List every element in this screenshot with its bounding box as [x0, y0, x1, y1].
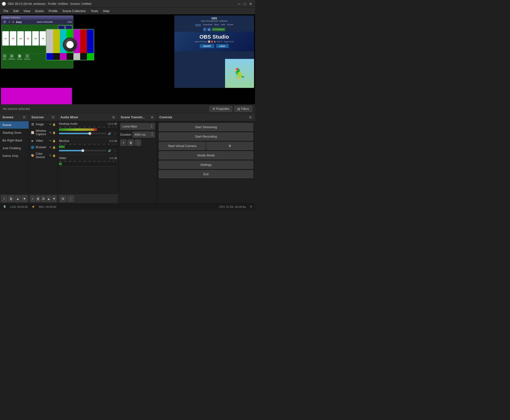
start-streaming-button[interactable]: Start Streaming	[159, 123, 253, 131]
mute-button-mic[interactable]: 🔊	[107, 149, 112, 153]
solitaire-options[interactable]: ⚙ Options	[8, 54, 15, 60]
close-button[interactable]: ✕	[248, 1, 253, 6]
menu-profile[interactable]: Profile	[46, 8, 60, 14]
audio-channel-video-header: Video 0.0 dB	[59, 157, 117, 160]
color-bar-1	[46, 30, 53, 53]
filters-button[interactable]: ▤ Filters	[234, 106, 252, 112]
source-item-video[interactable]: ▶ Video 👁 🔒	[29, 138, 58, 144]
chevron-down-icon: ▼	[151, 127, 153, 128]
scenes-panel-expand-icon[interactable]: ⊡	[22, 115, 26, 120]
obs-nav-forum[interactable]: Forum	[227, 23, 233, 26]
source-remove-button[interactable]: 🗑	[36, 195, 40, 202]
duration-up-icon[interactable]: ▲	[151, 133, 153, 135]
scene-item-4[interactable]: Game Only	[0, 152, 29, 160]
scene-move-down-button[interactable]: ▼	[22, 195, 27, 202]
source-lock-icon-3[interactable]: 🔒	[52, 139, 56, 142]
source-add-button[interactable]: +	[30, 195, 35, 202]
scene-item-0[interactable]: Scene	[0, 121, 29, 129]
virtual-camera-settings-button[interactable]: ⚙	[206, 142, 253, 150]
macos-button[interactable]: macOS	[200, 44, 214, 48]
source-item-color[interactable]: 🎨 Color Source 👁 🔒	[29, 151, 58, 160]
more-button-desktop[interactable]: ⋮	[113, 131, 117, 136]
obs-nav-blog[interactable]: Blog	[214, 23, 219, 26]
studio-mode-button[interactable]: Studio Mode	[159, 151, 253, 159]
volume-slider-mic[interactable]	[59, 150, 107, 151]
source-settings-button[interactable]: ⚙	[41, 195, 46, 202]
solitaire-cards[interactable]: 🃏 Cards	[17, 54, 22, 60]
settings-button[interactable]: Settings	[159, 161, 253, 169]
source-lock-icon-4[interactable]: 🔒	[52, 146, 56, 149]
controls-panel-expand-icon[interactable]: ⊡	[248, 115, 253, 120]
source-move-up-button[interactable]: ▲	[47, 195, 51, 202]
transition-add-button[interactable]: +	[120, 140, 127, 146]
transition-select[interactable]: Luma Wipe ▲ ▼	[120, 123, 155, 130]
window-controls: ─ □ ✕	[237, 1, 253, 6]
solitaire-titlebar: Solitaire Collection	[1, 16, 73, 20]
audio-panel-expand-icon[interactable]: ⊡	[111, 115, 116, 120]
virtual-camera-row: Start Virtual Camera ⚙	[159, 142, 253, 150]
transitions-panel-expand-icon[interactable]: ⊡	[150, 115, 154, 120]
source-lock-icon-2[interactable]: 🔒	[52, 131, 56, 134]
solitaire-games[interactable]: 🎮 Games	[24, 54, 30, 60]
volume-slider-desktop[interactable]	[59, 133, 107, 134]
duration-down-icon[interactable]: ▼	[151, 135, 153, 137]
sources-panel-expand-icon[interactable]: ⊡	[51, 115, 55, 120]
minimize-button[interactable]: ─	[237, 1, 242, 6]
volume-knob-desktop[interactable]	[88, 132, 91, 135]
menu-file[interactable]: File	[1, 8, 11, 14]
twitter-icon[interactable]: t	[203, 28, 206, 31]
source-item-image[interactable]: 🖼 Image 👁 🔒	[29, 121, 58, 128]
transition-more-button[interactable]: ⋮	[135, 140, 141, 146]
source-visible-icon-5[interactable]: 👁	[49, 154, 52, 157]
obs-nav-help[interactable]: Help	[221, 23, 225, 26]
scenes-panel-header: Scenes ⊡	[0, 113, 29, 121]
scene-item-1[interactable]: Starting Soon	[0, 129, 29, 137]
menu-scene-collection[interactable]: Scene Collection	[60, 8, 88, 14]
controls-panel-title: Controls	[159, 115, 247, 119]
audio-more-button[interactable]: ⋮	[68, 195, 74, 202]
scene-move-up-button[interactable]: ▲	[15, 195, 21, 202]
source-visible-icon-2[interactable]: 👁	[49, 131, 52, 134]
solitaire-options-label: Options	[8, 58, 15, 60]
source-item-browser[interactable]: 🌐 Browser 👁 🔒	[29, 144, 58, 151]
obs-nav-home[interactable]: Home	[195, 23, 201, 26]
volume-knob-mic[interactable]	[81, 149, 84, 152]
source-item-window[interactable]: 🪟 Window Capture 👁 🔒	[29, 128, 58, 138]
menu-view[interactable]: View	[21, 8, 33, 14]
start-virtual-camera-button[interactable]: Start Virtual Camera	[159, 142, 206, 150]
duration-value[interactable]: 3000 ms ▲ ▼	[133, 132, 155, 138]
menu-edit[interactable]: Edit	[11, 8, 21, 14]
scene-add-button[interactable]: +	[1, 195, 7, 202]
solitaire-new[interactable]: + New	[3, 54, 7, 60]
scene-item-3[interactable]: Just Chatting	[0, 144, 29, 152]
source-lock-icon[interactable]: 🔒	[52, 123, 56, 126]
source-visible-icon[interactable]: 👁	[49, 123, 52, 126]
color-bar-7	[87, 30, 94, 53]
start-recording-button[interactable]: Start Recording	[159, 133, 253, 141]
menu-help[interactable]: Help	[100, 8, 112, 14]
color-source-icon: 🎨	[31, 154, 34, 157]
github-icon[interactable]: gh	[207, 28, 211, 31]
exit-button[interactable]: Exit	[159, 170, 253, 178]
mute-button-desktop[interactable]: 🔊	[107, 131, 112, 136]
source-lock-icon-5[interactable]: 🔒	[52, 154, 56, 157]
linux-button[interactable]: Linux	[216, 44, 229, 48]
audio-settings-button[interactable]: ⚙	[60, 195, 66, 202]
menu-tools[interactable]: Tools	[88, 8, 100, 14]
scene-remove-button[interactable]: 🗑	[8, 195, 14, 202]
obs-nav-download[interactable]: Download	[203, 23, 213, 26]
properties-button[interactable]: ⚙ Properties	[209, 106, 233, 112]
menu-docks[interactable]: Docks	[33, 8, 46, 14]
scenes-panel: Scenes ⊡ Scene Starting Soon Be Right Ba…	[0, 113, 29, 203]
source-controls-window: 👁 🔒	[49, 131, 56, 134]
source-visible-icon-4[interactable]: 👁	[49, 146, 52, 149]
transition-remove-button[interactable]: 🗑	[128, 140, 134, 146]
source-move-down-button[interactable]: ▼	[52, 195, 56, 202]
scene-item-2[interactable]: Be Right Back	[0, 137, 29, 144]
scene-actions: + 🗑 ▲ ▼	[0, 194, 29, 203]
source-visible-icon-3[interactable]: 👁	[49, 139, 52, 142]
contribute-button[interactable]: ♥ Contribute	[212, 28, 225, 31]
maximize-button[interactable]: □	[243, 1, 247, 6]
obs-website-nav: Home Download Blog Help Forum	[174, 23, 254, 27]
more-button-mic[interactable]: ⋮	[113, 149, 117, 153]
